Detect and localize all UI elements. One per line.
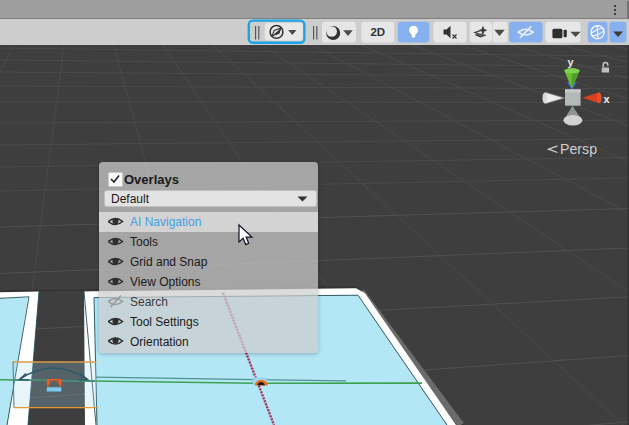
svg-text:Persp: Persp	[560, 141, 597, 157]
svg-text:x: x	[604, 93, 611, 105]
svg-text:2D: 2D	[370, 26, 385, 38]
svg-text:y: y	[568, 56, 575, 68]
